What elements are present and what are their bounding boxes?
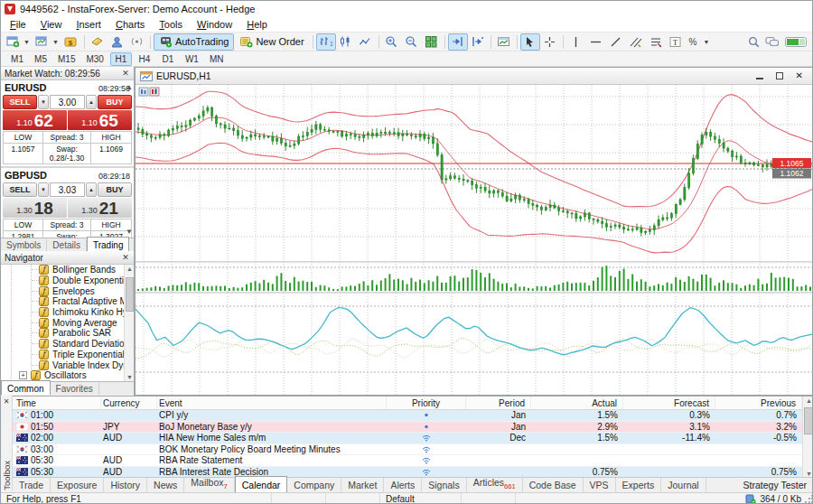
scroll-up-icon[interactable]: ▲ xyxy=(126,266,133,272)
signals-service-button[interactable] xyxy=(127,33,147,51)
bar-chart-mode-button[interactable]: 1 xyxy=(316,33,336,51)
buy-button[interactable]: BUY xyxy=(98,182,132,197)
column-header-currency[interactable]: Currency xyxy=(101,397,157,409)
menu-insert[interactable]: Insert xyxy=(69,18,108,31)
calendar-row[interactable]: 03:00BOK Monetary Policy Board Meeting M… xyxy=(13,444,802,456)
menu-window[interactable]: Window xyxy=(190,18,239,31)
column-header-period[interactable]: Period xyxy=(466,397,531,409)
algo-trading-accounts-button[interactable]: $ xyxy=(61,33,81,51)
tab-news[interactable]: News xyxy=(147,478,184,492)
zoom-out-button[interactable] xyxy=(402,33,422,51)
tab-trade[interactable]: Trade xyxy=(13,478,51,492)
timeframe-m15[interactable]: M15 xyxy=(53,52,79,66)
timeframe-m30[interactable]: M30 xyxy=(81,52,107,66)
status-profile[interactable]: Default xyxy=(380,493,462,504)
tab-calendar[interactable]: Calendar xyxy=(235,476,288,492)
community-button[interactable] xyxy=(107,33,127,51)
expand-icon[interactable]: + xyxy=(19,371,27,379)
market-watch-tab-symbols[interactable]: Symbols xyxy=(1,239,47,251)
column-header-priority[interactable]: Priority xyxy=(387,397,466,409)
menu-tools[interactable]: Tools xyxy=(152,18,190,31)
navigator-item-fractal-adaptive-mo[interactable]: ƒFractal Adaptive Mo xyxy=(1,296,134,307)
scroll-up-icon[interactable]: ▲ xyxy=(126,83,133,91)
column-header-time[interactable]: Time xyxy=(13,397,101,409)
navigator-item-envelopes[interactable]: ƒEnvelopes xyxy=(1,285,134,296)
scroll-up-icon[interactable]: ▲ xyxy=(806,397,812,404)
tab-signals[interactable]: Signals xyxy=(422,478,466,492)
navigator-scrollbar[interactable]: ▲ ▼ xyxy=(124,265,134,381)
calendar-scrollbar[interactable]: ▲ ▼ xyxy=(802,397,813,478)
timeframe-mn[interactable]: MN xyxy=(205,52,229,66)
new-order-button[interactable]: New Order xyxy=(234,33,309,51)
search-icon[interactable] xyxy=(748,36,760,48)
calendar-row[interactable]: 01:50JPYBoJ Monetary Base y/yJan2.9%3.1%… xyxy=(13,422,802,434)
navigator-item-double-exponential[interactable]: ƒDouble Exponential xyxy=(1,275,134,286)
navigator-item-moving-average[interactable]: ƒMoving Average xyxy=(1,317,134,328)
new-chart-button[interactable]: ▼ xyxy=(4,33,33,51)
volume-input[interactable]: 3.00 xyxy=(50,95,85,109)
chart-titlebar[interactable]: EURUSD,H1 ✕ xyxy=(136,68,813,85)
trendline-tool-button[interactable] xyxy=(606,33,626,51)
scroll-down-icon[interactable]: ▼ xyxy=(126,374,133,380)
navigator-item-bollinger-bands[interactable]: ƒBollinger Bands xyxy=(1,265,134,275)
timeframe-m5[interactable]: M5 xyxy=(30,52,51,66)
tab-company[interactable]: Company xyxy=(287,478,341,492)
timeframe-h4[interactable]: H4 xyxy=(134,52,155,66)
column-header-actual[interactable]: Actual xyxy=(531,397,623,409)
text-tool-button[interactable]: T xyxy=(666,33,686,51)
timeframe-h1[interactable]: H1 xyxy=(110,52,132,66)
tab-code-base[interactable]: Code Base xyxy=(523,478,584,492)
volume-decrease-button[interactable]: ▼ xyxy=(38,95,49,109)
minimize-icon[interactable] xyxy=(756,78,763,79)
sell-button[interactable]: SELL xyxy=(3,95,37,109)
close-icon[interactable]: ✕ xyxy=(796,71,803,80)
zoom-in-button[interactable] xyxy=(382,33,402,51)
arrows-tool-button[interactable]: % ▼ xyxy=(686,33,713,51)
tab-market[interactable]: Market xyxy=(341,478,384,492)
menu-help[interactable]: Help xyxy=(239,18,275,31)
market-watch-tab-details[interactable]: Details xyxy=(47,239,87,251)
timeframe-w1[interactable]: W1 xyxy=(181,52,203,66)
strategy-tester-label[interactable]: Strategy Tester xyxy=(736,478,813,492)
calendar-row[interactable]: 01:00CPI y/yJan1.5%0.3%0.7% xyxy=(13,410,802,422)
vertical-line-tool-button[interactable] xyxy=(566,33,586,51)
fibonacci-tool-button[interactable] xyxy=(646,33,666,51)
maximize-icon[interactable] xyxy=(776,72,783,79)
chat-icon[interactable] xyxy=(765,36,780,48)
resize-grip[interactable] xyxy=(804,495,813,504)
column-header-event[interactable]: Event xyxy=(157,397,387,409)
tab-exposure[interactable]: Exposure xyxy=(51,478,104,492)
line-chart-mode-button[interactable] xyxy=(356,33,376,51)
candlestick-mode-button[interactable] xyxy=(336,33,356,51)
auto-scroll-button[interactable] xyxy=(448,33,468,51)
column-header-forecast[interactable]: Forecast xyxy=(623,397,715,409)
timeframe-m1[interactable]: M1 xyxy=(6,52,28,66)
autotrading-button[interactable]: AutoTrading xyxy=(154,33,235,51)
tile-windows-button[interactable] xyxy=(422,33,442,51)
quotes-button[interactable] xyxy=(88,33,107,51)
sell-button[interactable]: SELL xyxy=(3,182,37,197)
scroll-down-icon[interactable]: ▼ xyxy=(806,471,812,477)
close-icon[interactable]: ✕ xyxy=(121,253,130,262)
scrollbar-thumb[interactable] xyxy=(804,407,813,434)
horizontal-line-tool-button[interactable] xyxy=(586,33,606,51)
volume-input[interactable]: 3.03 xyxy=(50,182,85,197)
indicators-window-button[interactable] xyxy=(494,33,514,51)
calendar-row[interactable]: 05:30AUDRBA Rate Statement xyxy=(13,455,802,467)
navigator-tab-favorites[interactable]: Favorites xyxy=(51,383,99,395)
navigator-item-standard-deviation[interactable]: ƒStandard Deviation xyxy=(1,339,134,350)
cursor-tool-button[interactable] xyxy=(520,33,540,51)
navigator-item-variable-index-dyna[interactable]: ƒVariable Index Dyna xyxy=(1,359,134,370)
scroll-down-icon[interactable]: ▼ xyxy=(126,228,133,236)
tab-articles[interactable]: Articles661 xyxy=(467,475,523,492)
navigator-item-triple-exponential-m[interactable]: ƒTriple Exponential M xyxy=(1,350,134,360)
buy-button[interactable]: BUY xyxy=(98,95,132,109)
tab-mailbox[interactable]: Mailbox7 xyxy=(184,475,234,492)
volume-decrease-button[interactable]: ▼ xyxy=(38,182,49,197)
market-watch-tab-trading[interactable]: Trading xyxy=(87,237,130,251)
menu-file[interactable]: File xyxy=(3,18,33,31)
timeframe-d1[interactable]: D1 xyxy=(157,52,179,66)
column-header-previous[interactable]: Previous xyxy=(715,397,802,409)
navigator-item-parabolic-sar[interactable]: ƒParabolic SAR xyxy=(1,328,134,339)
price-chart[interactable]: 1.10651.1062 xyxy=(136,85,813,395)
